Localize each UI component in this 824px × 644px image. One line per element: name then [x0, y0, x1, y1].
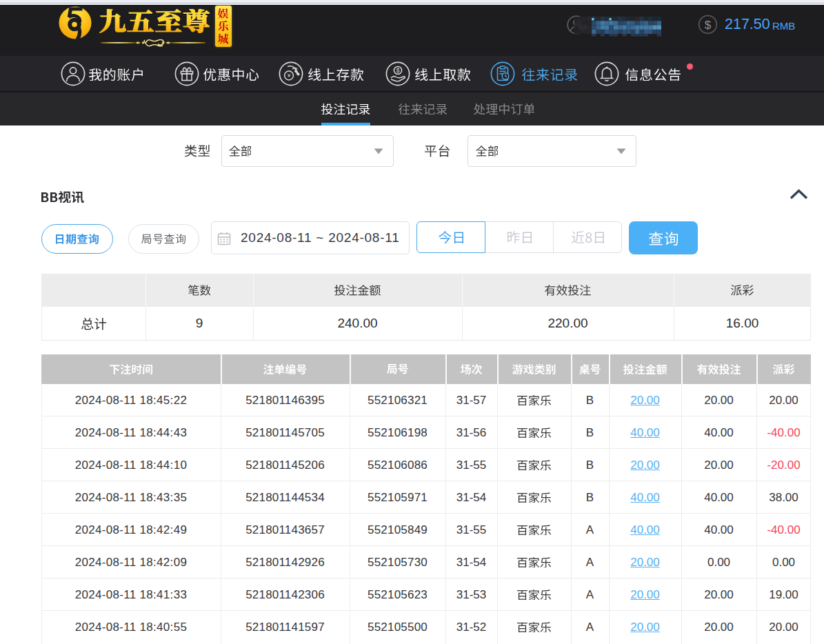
- svg-text:¥: ¥: [287, 72, 290, 79]
- svg-text:$: $: [396, 67, 399, 74]
- svg-text:$: $: [705, 19, 712, 32]
